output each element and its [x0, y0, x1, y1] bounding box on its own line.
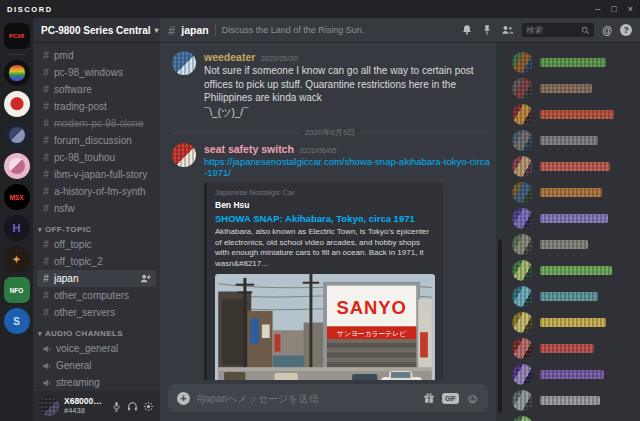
server-icon[interactable]: PC98 [4, 23, 30, 49]
avatar[interactable] [172, 51, 196, 75]
embed-provider: Japanese Nostalgic Car [215, 188, 435, 197]
channel-software[interactable]: #software [37, 81, 156, 98]
channel-name: pc-98_windows [54, 67, 151, 78]
avatar[interactable] [172, 143, 196, 167]
channel-topic[interactable]: Discuss the Land of the Rising Sun. [222, 25, 456, 35]
divider-date: 2020年6月5日 [305, 127, 356, 138]
message: weedeater 2020/05/30 Not sure if someone… [172, 51, 492, 119]
channel-japan[interactable]: #japan [37, 270, 156, 287]
channel-off_topic_2[interactable]: #off_topic_2 [37, 253, 156, 270]
message-link[interactable]: https://japanesenostalgiccar.com/showa-s… [204, 156, 492, 178]
voice-channel-General[interactable]: General [37, 357, 156, 374]
channel-name: General [56, 360, 151, 371]
message-author[interactable]: seat safety switch [204, 143, 294, 155]
voice-channel-streaming[interactable]: streaming [37, 374, 156, 391]
message-author[interactable]: weedeater [204, 51, 255, 63]
mic-button[interactable] [111, 401, 122, 412]
close-button[interactable]: × [628, 5, 633, 14]
server-icon[interactable] [4, 91, 30, 117]
channel-name: streaming [56, 377, 151, 388]
message-input[interactable] [197, 393, 416, 404]
window-titlebar: DISCORD – □ × [0, 0, 640, 18]
chat-scrollbar-thumb[interactable] [498, 239, 502, 413]
hash-icon: # [42, 50, 50, 61]
user-avatar[interactable] [39, 396, 59, 416]
server-header[interactable]: PC-9800 Series Central ▾ [33, 18, 160, 42]
channel-pc-98_windows[interactable]: #pc-98_windows [37, 64, 156, 81]
channel-other_computers[interactable]: #other_computers [37, 287, 156, 304]
divider-line [360, 132, 488, 133]
member-name-censored [540, 110, 614, 119]
member-row[interactable] [512, 127, 632, 153]
channel-trading-post[interactable]: #trading-post [37, 98, 156, 115]
inbox-at-icon[interactable]: @ [602, 25, 612, 36]
server-icon[interactable]: S [4, 308, 30, 334]
member-row[interactable] [512, 413, 632, 421]
member-row[interactable] [512, 309, 632, 335]
voice-channel-voice_general[interactable]: voice_general [37, 340, 156, 357]
invite-member-icon[interactable] [140, 273, 151, 284]
embed-author[interactable]: Ben Hsu [215, 200, 435, 210]
hash-icon: # [42, 84, 50, 95]
member-row[interactable] [512, 153, 632, 179]
member-row[interactable] [512, 387, 632, 413]
server-icon[interactable]: MSX [4, 184, 30, 210]
channel-off_topic[interactable]: #off_topic [37, 236, 156, 253]
channel-a-history-of-fm-synth[interactable]: #a-history-of-fm-synth [37, 183, 156, 200]
minimize-button[interactable]: – [595, 5, 600, 14]
message-text-shrug: ¯\_(ツ)_/¯ [204, 106, 492, 120]
server-icon[interactable]: ✦ [4, 246, 30, 272]
channel-name: software [54, 84, 151, 95]
emoji-picker-icon[interactable]: ☺ [466, 392, 479, 405]
member-row[interactable] [512, 231, 632, 257]
member-row[interactable] [512, 283, 632, 309]
gif-picker-icon[interactable]: GIF [442, 393, 459, 404]
member-avatar [512, 234, 533, 255]
member-avatar [512, 286, 533, 307]
channel-modern-pc-98-clone[interactable]: #modern-pc-98-clone [37, 115, 156, 132]
chat-scrollbar[interactable] [496, 42, 504, 421]
server-icon[interactable] [4, 153, 30, 179]
channel-category[interactable]: ▾OFF-TOPIC [33, 223, 160, 236]
gift-icon[interactable] [423, 392, 435, 404]
attach-plus-icon[interactable]: + [177, 392, 190, 405]
server-icon[interactable]: H [4, 215, 30, 241]
channel-pc-98_touhou[interactable]: #pc-98_touhou [37, 149, 156, 166]
member-row[interactable] [512, 101, 632, 127]
member-row[interactable] [512, 49, 632, 75]
member-row[interactable] [512, 205, 632, 231]
channel-name: forum_discussion [54, 135, 151, 146]
channel-ibm-v-japan-full-story[interactable]: #ibm-v-japan-full-story [37, 166, 156, 183]
channel-pmd[interactable]: #pmd [37, 47, 156, 64]
help-icon[interactable]: ? [620, 24, 632, 36]
bell-icon[interactable] [461, 24, 473, 36]
member-row[interactable] [512, 361, 632, 387]
category-label: AUDIO CHANNELS [45, 329, 123, 338]
channel-forum_discussion[interactable]: #forum_discussion [37, 132, 156, 149]
server-icon[interactable] [4, 60, 30, 86]
maximize-button[interactable]: □ [611, 5, 616, 14]
search-box[interactable] [522, 23, 594, 37]
member-row[interactable] [512, 179, 632, 205]
pin-icon[interactable] [481, 24, 493, 36]
embed-photo-akihabara[interactable]: SANYO サンヨーカラーテレビ [215, 274, 435, 380]
search-input[interactable] [526, 25, 578, 35]
server-icon-art [9, 158, 25, 174]
headphones-button[interactable] [127, 401, 138, 412]
server-icon[interactable] [4, 122, 30, 148]
hash-icon: # [42, 307, 50, 318]
server-icon[interactable]: NFO [4, 277, 30, 303]
channel-nsfw[interactable]: #nsfw [37, 200, 156, 217]
divider-line [172, 132, 300, 133]
channel-other_servers[interactable]: #other_servers [37, 304, 156, 321]
hash-icon: # [42, 169, 50, 180]
embed-title[interactable]: SHOWA SNAP: Akihabara, Tokyo, circa 1971 [215, 213, 435, 224]
channel-category[interactable]: ▾AUDIO CHANNELS [33, 327, 160, 340]
member-row[interactable] [512, 257, 632, 283]
member-row[interactable] [512, 335, 632, 361]
message-header: seat safety switch 2020/06/05 [204, 143, 492, 155]
settings-gear-button[interactable] [143, 401, 154, 412]
member-avatar [512, 338, 533, 359]
member-row[interactable] [512, 75, 632, 101]
members-toggle-icon[interactable] [501, 24, 514, 36]
